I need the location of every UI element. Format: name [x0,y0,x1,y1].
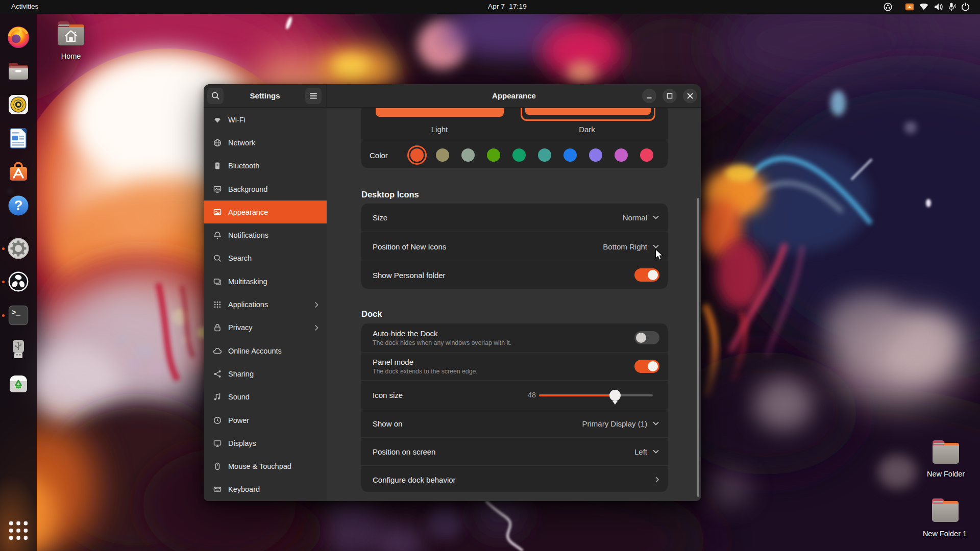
svg-text:>_: >_ [12,309,20,317]
svg-text:?: ? [14,198,23,213]
